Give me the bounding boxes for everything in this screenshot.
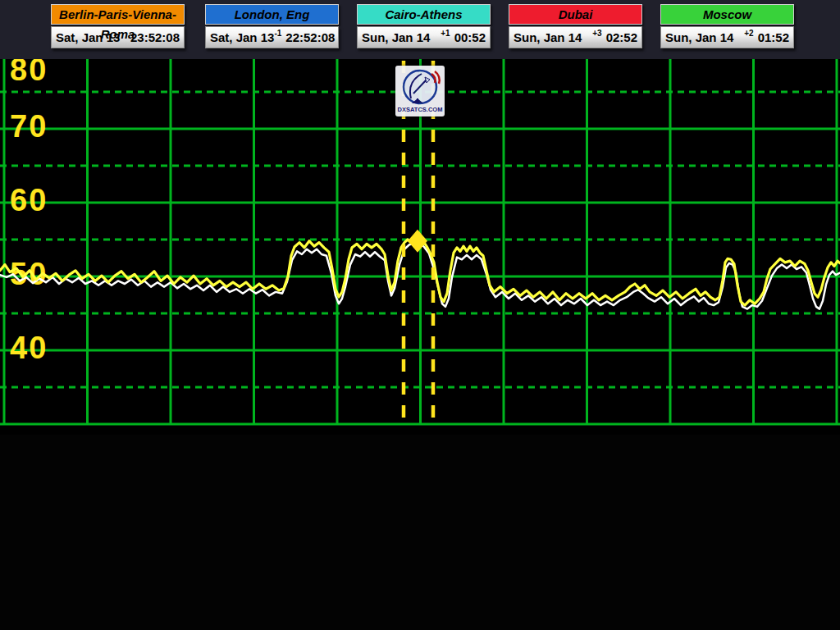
clock-time: 22:52:08 bbox=[285, 30, 335, 44]
clock-berlin: Berlin-Paris-Vienna-Roma Sat, Jan 13 23:… bbox=[51, 4, 185, 48]
clock-date: Sun, Jan 14 bbox=[514, 30, 582, 44]
clock-time: 00:52 bbox=[454, 30, 486, 44]
spectrum-chart: 8070605040 DXSATCS.COM bbox=[0, 59, 840, 435]
clock-city-label: Cairo-Athens bbox=[357, 4, 491, 25]
clock-datetime: Sat, Jan 13 -1 22:52:08 bbox=[205, 26, 339, 48]
clock-date: Sat, Jan 13 bbox=[210, 30, 274, 44]
clock-date: Sat, Jan 13 bbox=[56, 30, 120, 44]
clock-cairo: Cairo-Athens Sun, Jan 14 +1 00:52 bbox=[357, 4, 491, 48]
logo-text: DXSATCS.COM bbox=[398, 106, 443, 113]
clock-date: Sun, Jan 14 bbox=[665, 30, 733, 44]
clock-time: 23:52:08 bbox=[130, 30, 180, 44]
clock-datetime: Sat, Jan 13 23:52:08 bbox=[51, 26, 185, 48]
clock-utc-offset: +3 bbox=[592, 29, 601, 38]
clock-time: 02:52 bbox=[606, 30, 637, 44]
meter-screen: Berlin-Paris-Vienna-Roma Sat, Jan 13 23:… bbox=[0, 0, 840, 630]
clock-date: Sun, Jan 14 bbox=[362, 30, 430, 44]
y-axis-label: 40 bbox=[10, 331, 48, 365]
clock-city-label: Dubai bbox=[509, 4, 642, 25]
clock-city-label: London, Eng bbox=[205, 4, 339, 25]
clock-london: London, Eng Sat, Jan 13 -1 22:52:08 bbox=[205, 4, 339, 48]
clock-city-label: Berlin-Paris-Vienna-Roma bbox=[51, 4, 185, 25]
clock-moscow: Moscow Sun, Jan 14 +2 01:52 bbox=[660, 4, 794, 48]
clock-city-label: Moscow bbox=[660, 4, 794, 25]
clock-utc-offset: +2 bbox=[744, 29, 753, 38]
brand-logo: DXSATCS.COM bbox=[395, 66, 445, 116]
clock-dubai: Dubai Sun, Jan 14 +3 02:52 bbox=[509, 4, 642, 48]
readout-panel: Pwr 64.9 dBµV 11111.0 MHz. C/N 7.0 dB Pw… bbox=[0, 435, 840, 630]
world-clock-bar: Berlin-Paris-Vienna-Roma Sat, Jan 13 23:… bbox=[0, 0, 840, 59]
clock-datetime: Sun, Jan 14 +1 00:52 bbox=[357, 26, 491, 48]
clock-time: 01:52 bbox=[758, 30, 789, 44]
y-axis-label: 70 bbox=[10, 109, 48, 144]
clock-datetime: Sun, Jan 14 +3 02:52 bbox=[509, 26, 642, 48]
clock-datetime: Sun, Jan 14 +2 01:52 bbox=[660, 26, 794, 48]
satellite-dish-icon: DXSATCS.COM bbox=[395, 66, 445, 116]
y-axis-label: 60 bbox=[10, 183, 48, 217]
clock-utc-offset: -1 bbox=[274, 29, 281, 38]
y-axis-label: 80 bbox=[10, 59, 48, 87]
clock-utc-offset: +1 bbox=[441, 29, 450, 38]
